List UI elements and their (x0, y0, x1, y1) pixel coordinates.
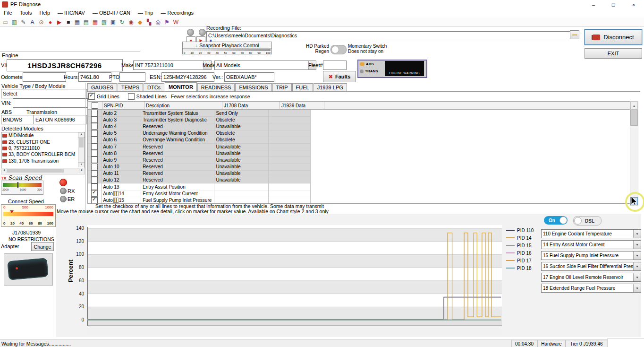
snapshot-slider[interactable] (184, 49, 271, 51)
globe-icon[interactable]: ◉ (127, 18, 135, 26)
tab-emissions[interactable]: EMISSIONS (235, 83, 271, 92)
table-row[interactable]: Auto 2Transmitter System StatusSend Only (88, 110, 311, 116)
table-row[interactable]: Auto 8ReservedUnavailable (88, 150, 311, 156)
table-scrollbar[interactable]: ▲ ▼ (630, 101, 638, 206)
menu-item-help[interactable]: Help (35, 9, 54, 17)
row-checkbox[interactable] (91, 116, 98, 123)
row-checkbox[interactable] (91, 137, 98, 143)
save-icon[interactable]: ▣ (109, 18, 117, 26)
table-row[interactable]: Auto 13Entry Assist Position (88, 183, 311, 190)
scroll-up-icon[interactable]: ▲ (78, 132, 85, 138)
row-checkbox[interactable] (91, 123, 98, 130)
table-row[interactable]: Auto 12ReservedUnavailable (88, 177, 311, 183)
watermark-icon[interactable]: W (172, 18, 180, 26)
ver-input[interactable]: OEBXAUAB* (224, 72, 274, 82)
scan-gauge-pointer[interactable] (17, 182, 18, 188)
pid-selector[interactable]: 16 Suction Side Fuel Filter Differential… (541, 262, 641, 271)
monitor-chart[interactable] (87, 225, 502, 335)
modules-hscrollbar[interactable]: ◀ ▶ (1, 168, 85, 174)
pid-selector[interactable]: 15 Fuel Supply Pump Inlet Pressure (541, 251, 641, 260)
menu-item-trip[interactable]: — Trip (134, 9, 157, 17)
stop-icon[interactable]: ■ (64, 18, 72, 26)
tab-trip[interactable]: TRIP (272, 83, 292, 92)
scroll-thumb[interactable] (79, 138, 84, 147)
module-item[interactable]: 33, BODY CONTROLLER BCM (1, 151, 85, 157)
change-adapter-button[interactable]: Change (31, 242, 54, 251)
row-checkbox[interactable] (91, 183, 98, 190)
snapshot-playback-control[interactable]: ↓ Snapshot Playback Control 010203040506… (182, 42, 272, 54)
row-checkbox[interactable] (91, 130, 98, 137)
row-checkbox[interactable] (91, 164, 98, 170)
font-icon[interactable]: A (28, 18, 36, 26)
row-checkbox[interactable] (91, 110, 98, 116)
odometer-input[interactable] (23, 72, 66, 82)
module-item[interactable]: 0, 7573211010 (1, 145, 85, 151)
report-icon[interactable]: ▤ (82, 18, 90, 26)
row-checkbox[interactable] (91, 156, 98, 163)
meter-icon[interactable]: ◎ (154, 18, 162, 26)
menu-item-file[interactable]: File (0, 9, 16, 17)
table-row[interactable]: Auto 11ReservedUnavailable (88, 170, 311, 177)
module-item[interactable]: 130, 1708 Transmission (1, 158, 85, 164)
modules-scrollbar[interactable]: ▲ ▼ (78, 132, 85, 167)
row-checkbox[interactable] (91, 190, 98, 197)
menu-item-obd-ii-can[interactable]: — OBD-II / CAN (89, 9, 134, 17)
record-icon[interactable]: ● (46, 18, 54, 26)
vin-value[interactable]: 1HSDJSJR8CH67296 (7, 59, 123, 71)
dsl-toggle[interactable]: DSL (573, 216, 602, 226)
row-checkbox[interactable] (91, 150, 98, 156)
tab-gauges[interactable]: GAUGES (87, 83, 117, 92)
grid-icon[interactable]: ▦ (91, 18, 99, 26)
scrollbar-up-button[interactable]: ▲ (630, 102, 638, 110)
open-folder-icon[interactable]: ▭ (1, 18, 9, 26)
row-checkbox[interactable] (91, 170, 98, 177)
exit-button[interactable]: EXIT (585, 48, 642, 59)
play-icon[interactable]: ▶ (55, 18, 63, 26)
scroll-down-icon[interactable]: ▼ (78, 162, 85, 167)
pid-selector[interactable]: 18 Extended Range Fuel Pressure (541, 284, 641, 293)
pid-selector[interactable]: 17 Engine Oil Level Remote Reservoir (541, 273, 641, 282)
flag-icon[interactable]: ⚑ (163, 18, 171, 26)
tab-j1939-lpg[interactable]: J1939 LPG (314, 83, 347, 92)
tab-temps[interactable]: TEMPS (118, 83, 143, 92)
grid-lines-checkbox[interactable] (88, 93, 95, 100)
faults-button[interactable]: ✖ Faults (323, 71, 356, 82)
menu-item-recordings[interactable]: — Recordings (157, 9, 197, 17)
vehicle-type-dropdown[interactable]: Select (1, 89, 94, 98)
tab-monitor[interactable]: MONITOR (165, 82, 197, 91)
row-checkbox[interactable] (91, 143, 98, 150)
table-row[interactable]: Auto 6Overrange Warning ConditionObsolet… (88, 137, 311, 143)
table-row[interactable]: Auto 7ReservedUnavailable (88, 143, 311, 150)
pid-selector[interactable]: 110 Engine Coolant Temperature (541, 229, 641, 238)
browse-folder-button[interactable]: ▭ (570, 30, 579, 39)
hours-input[interactable]: 7461.80 (78, 72, 111, 82)
fleet-input[interactable] (323, 61, 347, 70)
edit-icon[interactable]: ✎ (19, 18, 27, 26)
minimize-button[interactable]: – (584, 0, 603, 9)
menu-item-ihc-nav[interactable]: — IHC/NAV (54, 9, 89, 17)
sidebar-vin-input[interactable] (13, 98, 88, 108)
menu-item-tools[interactable]: Tools (16, 9, 36, 17)
refresh-icon[interactable]: ↻ (118, 18, 126, 26)
probe-icon[interactable]: ⊙ (37, 18, 45, 26)
model-dropdown[interactable]: All Models (214, 61, 316, 70)
table-row[interactable]: Auto 3Transmitter System DiagnosticObsol… (88, 116, 311, 123)
tab-fuel[interactable]: FUEL (292, 83, 313, 92)
pid-selector[interactable]: 14 Entry Assist Motor Current (541, 240, 641, 249)
hd-regen-toggle[interactable] (330, 45, 347, 54)
make-dropdown[interactable]: INT 7573211010 (133, 61, 212, 70)
connect-gauge-pointer[interactable] (10, 210, 14, 213)
scrollbar-thumb[interactable] (630, 110, 638, 126)
shaded-lines-checkbox[interactable] (128, 93, 135, 100)
module-item[interactable]: MiD/Module (1, 132, 85, 139)
close-button[interactable]: × (623, 0, 644, 9)
row-checkbox[interactable] (91, 177, 98, 183)
scroll-right-icon[interactable]: ▶ (79, 168, 85, 173)
disconnect-button[interactable]: Disconnect (585, 29, 642, 45)
pto-input[interactable] (119, 72, 145, 82)
table-row[interactable]: Auto 4ReservedUnavailable (88, 123, 311, 130)
tab-dtcs[interactable]: DTCs (144, 83, 164, 92)
table-row[interactable]: Auto 14Entry Assist Motor Current (88, 190, 311, 197)
table-row[interactable]: Auto 9ReservedUnavailable (88, 156, 311, 163)
compare-icon[interactable]: ▚ (145, 18, 153, 26)
